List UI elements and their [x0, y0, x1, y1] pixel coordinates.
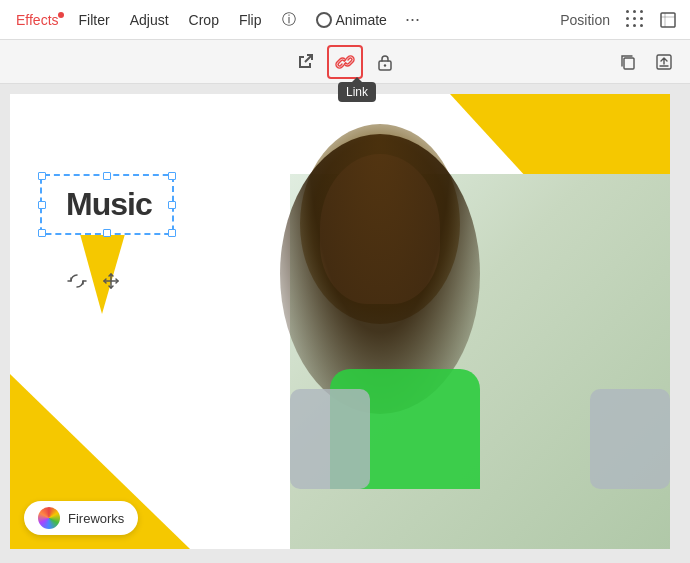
selection-handle-br — [168, 229, 176, 237]
music-text: Music — [66, 186, 152, 223]
selection-handle-tl — [38, 172, 46, 180]
link-button[interactable] — [327, 45, 363, 79]
canvas-area: Music Fireworks — [0, 84, 690, 563]
selection-handle-bm — [103, 229, 111, 237]
selection-handle-bl — [38, 229, 46, 237]
animate-menu[interactable]: Animate — [308, 8, 395, 32]
lock-button[interactable] — [367, 45, 403, 79]
person-image — [240, 94, 670, 549]
grid-icon[interactable] — [626, 10, 646, 30]
svg-rect-0 — [661, 13, 675, 27]
selection-handle-mr — [168, 201, 176, 209]
apple-music-logo[interactable]: Music — [40, 174, 174, 235]
rotate-icon[interactable] — [65, 269, 89, 293]
filter-menu[interactable]: Filter — [71, 8, 118, 32]
info-menu[interactable]: ⓘ — [274, 7, 304, 33]
adjust-menu[interactable]: Adjust — [122, 8, 177, 32]
svg-point-2 — [384, 64, 386, 66]
toolbar-right: Position — [552, 6, 682, 34]
more-menu[interactable]: ··· — [399, 7, 426, 32]
fireworks-label: Fireworks — [68, 511, 124, 526]
svg-rect-3 — [624, 58, 634, 69]
flip-menu[interactable]: Flip — [231, 8, 270, 32]
link-tooltip: Link — [338, 82, 376, 102]
secondary-right-icons — [614, 48, 678, 76]
crop-expand-icon[interactable] — [654, 6, 682, 34]
export-button[interactable] — [650, 48, 678, 76]
animate-ring-icon — [316, 12, 332, 28]
copy-button[interactable] — [614, 48, 642, 76]
fireworks-icon — [38, 507, 60, 529]
move-icon[interactable] — [99, 269, 123, 293]
position-menu[interactable]: Position — [552, 8, 618, 32]
effects-menu[interactable]: Effects — [8, 8, 67, 32]
transform-control-icons — [65, 269, 123, 293]
secondary-toolbar: Link — [0, 40, 690, 84]
transform-button[interactable] — [287, 45, 323, 79]
main-toolbar: Effects Filter Adjust Crop Flip ⓘ Animat… — [0, 0, 690, 40]
crop-menu[interactable]: Crop — [181, 8, 227, 32]
selection-handle-ml — [38, 201, 46, 209]
selection-handle-tr — [168, 172, 176, 180]
fireworks-badge[interactable]: Fireworks — [24, 501, 138, 535]
design-canvas: Music Fireworks — [10, 94, 670, 549]
selection-handle-tm — [103, 172, 111, 180]
